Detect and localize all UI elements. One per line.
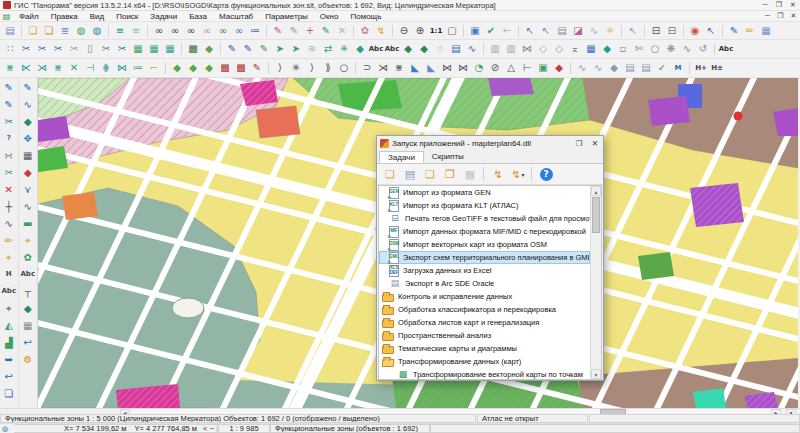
mdi-control-button[interactable]: ✕: [787, 12, 800, 20]
toolbar-icon[interactable]: Abc: [19, 266, 36, 283]
task-item[interactable]: XLS DBF Загрузка данных из Excel: [379, 264, 590, 277]
toolbar-icon[interactable]: ▦: [19, 317, 36, 334]
toolbar-icon[interactable]: ⊘: [487, 60, 503, 76]
toolbar-icon[interactable]: ◆: [201, 41, 217, 57]
toolbar-icon[interactable]: ✎: [726, 23, 742, 39]
toolbar-icon[interactable]: ✎: [224, 41, 240, 57]
toolbar-icon[interactable]: ✂: [0, 113, 17, 130]
toolbar-icon[interactable]: ⋈: [114, 60, 130, 76]
task-item[interactable]: KLT Импорт из формата KLT (АТЛАС): [379, 199, 590, 212]
task-item[interactable]: Трансформирование данных (карт): [379, 355, 590, 368]
toolbar-icon[interactable]: ✎: [240, 41, 256, 57]
dialog-toolbar-icon[interactable]: ? ▾: [536, 165, 556, 183]
toolbar-icon[interactable]: ▥: [503, 41, 519, 57]
toolbar-icon[interactable]: ▤: [554, 23, 570, 39]
task-item[interactable]: Тематические карты и диаграммы: [379, 342, 590, 355]
toolbar-icon[interactable]: ❏: [0, 385, 17, 402]
toolbar-icon[interactable]: ⇄: [320, 41, 336, 57]
toolbar-icon[interactable]: ◆: [551, 60, 567, 76]
toolbar-icon[interactable]: Abc: [718, 41, 734, 57]
toolbar-icon[interactable]: ✎: [270, 23, 286, 39]
toolbar-icon[interactable]: ✔: [483, 23, 499, 39]
toolbar-icon[interactable]: ▤: [448, 41, 464, 57]
toolbar-icon[interactable]: ?: [0, 130, 17, 147]
mdi-control-button[interactable]: ❐: [774, 12, 787, 20]
toolbar-icon[interactable]: ⊕: [412, 23, 428, 39]
task-list-scrollbar[interactable]: ▲ ▼: [590, 186, 601, 379]
dialog-toolbar-icon[interactable]: ▤ ▾: [400, 165, 420, 183]
toolbar-icon[interactable]: ✕: [0, 181, 17, 198]
toolbar-icon[interactable]: ✏: [742, 23, 758, 39]
toolbar-icon[interactable]: ∿: [574, 60, 590, 76]
toolbar-icon[interactable]: ⊢: [519, 60, 535, 76]
task-item[interactable]: Пространственный анализ: [379, 329, 590, 342]
toolbar-icon[interactable]: ○: [336, 60, 352, 76]
toolbar-icon[interactable]: ✎: [286, 23, 302, 39]
dialog-toolbar-icon[interactable]: ▦ ▾: [460, 165, 480, 183]
toolbar-icon[interactable]: ←: [499, 23, 515, 39]
mdi-control-button[interactable]: ─: [761, 12, 774, 20]
toolbar-icon[interactable]: ◆: [19, 164, 36, 181]
toolbar-icon[interactable]: ≡: [112, 23, 128, 39]
menu-item[interactable]: Правка: [45, 12, 84, 21]
task-item[interactable]: Обработка листов карт и генерализация: [379, 316, 590, 329]
toolbar-icon[interactable]: ▩: [233, 60, 249, 76]
toolbar-icon[interactable]: ⟩: [272, 60, 288, 76]
toolbar-icon[interactable]: ◆: [606, 60, 622, 76]
toolbar-icon[interactable]: ◆: [19, 113, 36, 130]
toolbar-icon[interactable]: ✿: [19, 249, 36, 266]
toolbar-icon[interactable]: ∞: [151, 23, 167, 39]
toolbar-icon[interactable]: ✂: [34, 41, 50, 57]
toolbar-icon[interactable]: ❏: [41, 23, 57, 39]
toolbar-icon[interactable]: ⟩: [304, 60, 320, 76]
toolbar-icon[interactable]: ◆: [400, 41, 416, 57]
toolbar-icon[interactable]: Abc: [0, 283, 17, 300]
scrollbar-thumb[interactable]: [592, 197, 600, 233]
dialog-toolbar-icon[interactable]: ❏ ▾: [420, 165, 440, 183]
toolbar-icon[interactable]: ▩: [217, 60, 233, 76]
toolbar-icon[interactable]: ⋈: [439, 60, 455, 76]
toolbar-icon[interactable]: ≔: [247, 23, 263, 39]
toolbar-icon[interactable]: ◆: [19, 300, 36, 317]
toolbar-icon[interactable]: ⚙: [19, 351, 36, 368]
toolbar-icon[interactable]: ∿: [586, 23, 602, 39]
toolbar-icon[interactable]: ⋈: [519, 41, 535, 57]
toolbar-icon[interactable]: △: [503, 60, 519, 76]
toolbar-icon[interactable]: ∞: [215, 23, 231, 39]
toolbar-icon[interactable]: ↖: [522, 23, 538, 39]
toolbar-icon[interactable]: ⋉: [18, 60, 34, 76]
task-item[interactable]: OSM Импорт векторных карт из формата OSM: [379, 238, 590, 251]
dialog-tab[interactable]: Скрипты: [424, 151, 472, 163]
toolbar-icon[interactable]: ┼: [0, 198, 17, 215]
toolbar-icon[interactable]: ✳: [336, 41, 352, 57]
toolbar-icon[interactable]: ▯: [82, 41, 98, 57]
toolbar-icon[interactable]: H: [0, 266, 17, 283]
toolbar-icon[interactable]: ◆: [201, 60, 217, 76]
toolbar-icon[interactable]: ✓: [654, 60, 670, 76]
toolbar-icon[interactable]: ▤: [638, 60, 654, 76]
toolbar-icon[interactable]: ✂: [114, 41, 130, 57]
current-scale[interactable]: 1 : 9 985: [218, 424, 270, 433]
menu-item[interactable]: Задачи: [144, 12, 183, 21]
toolbar-icon[interactable]: ▦: [758, 23, 774, 39]
toolbar-icon[interactable]: ▦: [19, 147, 36, 164]
toolbar-icon[interactable]: ↯: [373, 23, 389, 39]
task-item[interactable]: GEN Импорт из формата GEN: [379, 186, 590, 199]
toolbar-icon[interactable]: ✎: [0, 79, 17, 96]
toolbar-icon[interactable]: ◇: [551, 41, 567, 57]
toolbar-icon[interactable]: ✂: [18, 41, 34, 57]
toolbar-icon[interactable]: ❋: [663, 41, 679, 57]
menu-item[interactable]: Параметры: [259, 12, 314, 21]
toolbar-icon[interactable]: ⌖: [0, 300, 17, 317]
toolbar-icon[interactable]: ➥: [0, 351, 17, 368]
scroll-down-icon[interactable]: ▼: [591, 369, 601, 379]
toolbar-icon[interactable]: Abc: [384, 41, 400, 57]
toolbar-icon[interactable]: ▢: [444, 23, 460, 39]
toolbar-icon[interactable]: ≡: [128, 23, 144, 39]
toolbar-icon[interactable]: ▤: [622, 60, 638, 76]
toolbar-icon[interactable]: ⋇: [50, 60, 66, 76]
toolbar-icon[interactable]: ☝: [432, 41, 448, 57]
toolbar-icon[interactable]: ⋎: [19, 181, 36, 198]
toolbar-icon[interactable]: ∞: [199, 23, 215, 39]
toolbar-icon[interactable]: ◔: [471, 60, 487, 76]
